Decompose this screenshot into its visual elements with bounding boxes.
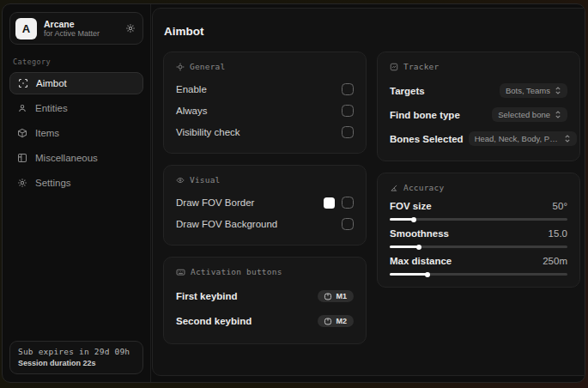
setting-label: Smoothness: [390, 228, 449, 239]
slider-value: 15.0: [549, 228, 567, 239]
sidebar-item-entities[interactable]: Entities: [9, 97, 143, 119]
slider-value: 250m: [543, 256, 567, 266]
max-distance-slider[interactable]: [390, 273, 567, 276]
setting-label: Bones Selected: [390, 134, 464, 144]
smoothness-slider[interactable]: [390, 246, 567, 248]
sidebar-item-aimbot[interactable]: Aimbot: [9, 72, 143, 94]
fov-border-checkbox[interactable]: [342, 197, 354, 209]
slider-thumb[interactable]: [416, 245, 421, 250]
setting-label: Draw FOV Border: [176, 197, 254, 208]
app-logo: A: [15, 18, 37, 39]
setting-label: Draw FOV Background: [176, 219, 277, 229]
setting-label: Find bone type: [390, 110, 460, 120]
angle-icon: [390, 184, 398, 192]
gear-icon: [17, 178, 27, 188]
target-icon: [176, 63, 185, 71]
setting-label: FOV size: [390, 201, 432, 211]
setting-label: Second keybind: [176, 316, 252, 326]
crosshair-icon: [18, 78, 28, 88]
setting-row-first-keybind: First keybind M1: [176, 285, 354, 307]
accuracy-card: Accuracy FOV size 50°: [377, 173, 580, 288]
visual-header: Visual: [190, 175, 221, 185]
sub-expires-text: Sub expires in 29d 09h: [18, 347, 135, 356]
setting-row-enable: Enable: [176, 80, 354, 99]
sidebar-item-settings[interactable]: Settings: [9, 172, 143, 194]
setting-row-fov-background: Draw FOV Background: [176, 215, 354, 233]
mouse-icon: [324, 293, 332, 300]
sidebar-item-miscellaneous[interactable]: Miscellaneous: [9, 147, 143, 169]
setting-row-find-bone-type: Find bone type Selected bone: [390, 104, 567, 125]
setting-row-bones-selected: Bones Selected Head, Neck, Body, Pe...: [390, 128, 567, 149]
entities-icon: [17, 103, 27, 113]
session-duration-text: Session duration 22s: [18, 359, 135, 367]
visibility-check-checkbox[interactable]: [342, 126, 354, 138]
slider-value: 50°: [553, 201, 567, 211]
fov-border-color-swatch[interactable]: [324, 197, 335, 209]
general-card: General Enable Always Visibility check: [163, 52, 367, 154]
eye-icon: [176, 176, 185, 185]
keybind-value: M1: [336, 292, 347, 300]
settings-gear-icon[interactable]: [125, 23, 136, 33]
setting-row-always: Always: [176, 101, 354, 120]
main-panel: Aimbot General Enable: [152, 8, 585, 376]
tracker-header: Tracker: [403, 62, 439, 71]
setting-label: Always: [176, 106, 207, 116]
sidebar-item-label: Items: [35, 128, 59, 138]
app-name: Arcane: [44, 19, 118, 29]
second-keybind-button[interactable]: M2: [318, 315, 354, 327]
cube-icon: [17, 128, 27, 138]
unfold-icon: [555, 111, 561, 118]
setting-label: First keybind: [176, 291, 238, 301]
fov-size-slider[interactable]: [390, 218, 567, 221]
sidebar-item-label: Aimbot: [36, 78, 67, 88]
category-label: Category: [13, 58, 140, 66]
unfold-icon: [564, 135, 571, 142]
tracker-card: Tracker Targets Bots, Teams: [377, 52, 580, 161]
setting-label: Enable: [176, 84, 207, 94]
select-value: Head, Neck, Body, Pe...: [475, 134, 560, 143]
setting-label: Targets: [390, 86, 425, 96]
setting-label: Max distance: [390, 256, 452, 266]
bones-selected-select[interactable]: Head, Neck, Body, Pe...: [469, 131, 577, 146]
sidebar-item-label: Settings: [35, 178, 71, 188]
accuracy-header: Accuracy: [403, 183, 444, 192]
sidebar-item-label: Miscellaneous: [35, 153, 98, 163]
general-header: General: [190, 62, 225, 71]
brand-card: A Arcane for Active Matter: [9, 12, 143, 45]
app-subtitle: for Active Matter: [44, 29, 118, 38]
setting-row-fov-border: Draw FOV Border: [176, 193, 354, 212]
sidebar-item-items[interactable]: Items: [9, 122, 143, 144]
activation-header: Activation buttons: [191, 267, 282, 276]
slider-row-max-distance: Max distance 250m: [390, 256, 567, 276]
slider-row-fov-size: FOV size 50°: [390, 201, 567, 221]
app-window: A Arcane for Active Matter Category Aimb: [2, 3, 585, 383]
setting-label: Visibility check: [176, 127, 240, 137]
visual-card: Visual Draw FOV Border Draw FOV Backgrou…: [163, 165, 367, 246]
first-keybind-button[interactable]: M1: [318, 290, 354, 302]
targets-select[interactable]: Bots, Teams: [500, 83, 567, 98]
mouse-icon: [324, 318, 332, 325]
activation-card: Activation buttons First keybind M1: [163, 257, 367, 344]
find-bone-type-select[interactable]: Selected bone: [492, 107, 567, 122]
select-value: Bots, Teams: [506, 86, 550, 95]
keybind-value: M2: [336, 317, 347, 325]
subscription-box: Sub expires in 29d 09h Session duration …: [9, 341, 143, 374]
sidebar-item-label: Entities: [35, 103, 68, 113]
setting-row-visibility-check: Visibility check: [176, 123, 354, 142]
slider-thumb[interactable]: [411, 217, 416, 222]
page-title: Aimbot: [164, 25, 580, 38]
sidebar: A Arcane for Active Matter Category Aimb: [3, 4, 151, 382]
setting-row-targets: Targets Bots, Teams: [390, 80, 567, 101]
unfold-icon: [555, 87, 561, 94]
keyboard-icon: [176, 268, 185, 276]
fov-background-checkbox[interactable]: [342, 218, 354, 230]
slider-row-smoothness: Smoothness 15.0: [390, 228, 567, 248]
always-checkbox[interactable]: [342, 105, 354, 117]
enable-checkbox[interactable]: [342, 83, 354, 95]
slider-thumb[interactable]: [425, 272, 430, 277]
radar-icon: [390, 63, 398, 71]
setting-row-second-keybind: Second keybind M2: [176, 310, 354, 332]
select-value: Selected bone: [498, 110, 550, 119]
misc-icon: [17, 153, 27, 163]
